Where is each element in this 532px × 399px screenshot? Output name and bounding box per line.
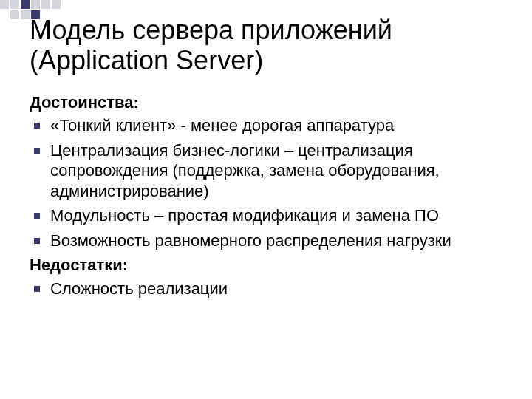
advantages-list: «Тонкий клиент» - менее дорогая аппарату… xyxy=(30,115,502,250)
list-item: Сложность реализации xyxy=(30,279,502,299)
list-item: Возможность равномерного распределения н… xyxy=(30,231,502,251)
list-item: «Тонкий клиент» - менее дорогая аппарату… xyxy=(30,115,502,136)
advantages-heading: Достоинства: xyxy=(30,92,502,113)
list-item: Модульность – простая модификация и заме… xyxy=(30,205,502,226)
corner-decoration xyxy=(0,0,62,19)
list-item: Централизация бизнес-логики – централиза… xyxy=(30,140,502,202)
disadvantages-list: Сложность реализации xyxy=(30,279,502,299)
disadvantages-heading: Недостатки: xyxy=(30,255,502,276)
slide-title: Модель сервера приложений (Application S… xyxy=(30,15,502,76)
